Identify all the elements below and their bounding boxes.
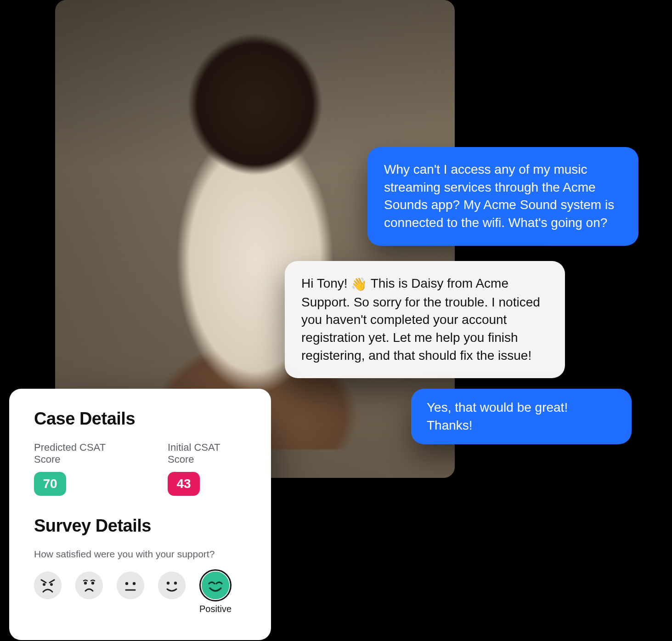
- svg-point-7: [91, 582, 94, 584]
- wave-emoji-icon: 👋: [351, 276, 367, 294]
- case-details-heading: Case Details: [34, 409, 246, 429]
- initial-csat-value: 43: [168, 472, 200, 496]
- svg-point-8: [117, 572, 144, 599]
- predicted-csat-value: 70: [34, 472, 66, 496]
- svg-point-5: [75, 572, 103, 599]
- survey-details-heading: Survey Details: [34, 516, 246, 536]
- chat-text: Why can't I access any of my music strea…: [384, 162, 614, 230]
- predicted-csat: Predicted CSAT Score 70: [34, 442, 131, 496]
- face-neutral-icon[interactable]: [117, 572, 144, 599]
- initial-csat-label: Initial CSAT Score: [168, 442, 246, 465]
- csat-scores-row: Predicted CSAT Score 70 Initial CSAT Sco…: [34, 442, 246, 496]
- chat-text-prefix: Hi Tony!: [301, 276, 351, 290]
- predicted-csat-label: Predicted CSAT Score: [34, 442, 131, 465]
- chat-bubble-customer-2: Yes, that would be great! Thanks!: [411, 389, 632, 444]
- svg-point-0: [34, 572, 62, 599]
- chat-bubble-agent: Hi Tony! 👋 This is Daisy from Acme Suppo…: [285, 261, 565, 378]
- svg-point-12: [158, 572, 186, 599]
- survey-face-scale: Positive: [34, 572, 246, 614]
- face-sad-icon[interactable]: [75, 572, 103, 599]
- svg-point-13: [167, 582, 169, 584]
- svg-point-14: [174, 582, 177, 584]
- chat-text: Yes, that would be great! Thanks!: [427, 400, 568, 432]
- hero-figure: [95, 28, 415, 449]
- svg-point-4: [50, 583, 53, 586]
- survey-question: How satisfied were you with your support…: [34, 549, 246, 560]
- face-happy-icon[interactable]: [158, 572, 186, 599]
- face-positive-icon[interactable]: [202, 572, 229, 599]
- chat-bubble-customer-1: Why can't I access any of my music strea…: [367, 147, 638, 246]
- svg-point-9: [125, 582, 128, 585]
- face-angry-icon[interactable]: [34, 572, 62, 599]
- case-details-card: Case Details Predicted CSAT Score 70 Ini…: [9, 389, 271, 640]
- svg-point-10: [133, 582, 136, 585]
- initial-csat: Initial CSAT Score 43: [168, 442, 246, 496]
- svg-point-3: [43, 583, 45, 586]
- face-positive-label: Positive: [199, 604, 232, 614]
- svg-point-15: [202, 572, 229, 599]
- svg-point-6: [84, 582, 87, 584]
